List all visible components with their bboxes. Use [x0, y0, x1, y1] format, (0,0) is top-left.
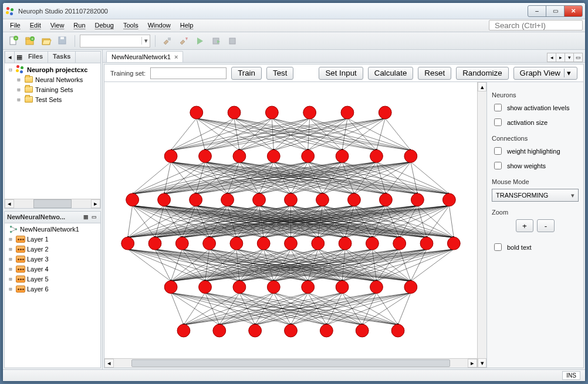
tab-list-icon[interactable]: ▾: [565, 53, 574, 62]
weight-highlighting-checkbox[interactable]: weight highlighting: [492, 145, 579, 157]
tab-maximize-icon[interactable]: ▭: [573, 53, 583, 62]
show-weights-checkbox[interactable]: show weights: [492, 160, 579, 171]
menu-file[interactable]: File: [5, 19, 25, 32]
graph-vscroll[interactable]: ▴▾: [477, 82, 486, 368]
minimize-button[interactable]: –: [528, 5, 546, 17]
build-button[interactable]: [160, 34, 174, 48]
svg-line-311: [128, 249, 411, 281]
network-graph[interactable]: [104, 82, 477, 358]
navigator-root[interactable]: NewNeuralNetwork1: [6, 225, 100, 235]
svg-point-475: [336, 149, 349, 162]
menu-edit[interactable]: Edit: [25, 19, 46, 32]
navigator-root-label: NewNeuralNetwork1: [20, 226, 79, 233]
new-project-button[interactable]: +: [23, 34, 37, 48]
statusbar: INS: [3, 369, 585, 381]
svg-point-473: [267, 149, 280, 162]
tab-files[interactable]: Files: [23, 52, 48, 63]
layer-item[interactable]: ⊞Layer 6: [6, 284, 100, 294]
window-buttons: – ▭ ✕: [528, 5, 583, 17]
bold-text-checkbox[interactable]: bold text: [492, 242, 579, 253]
open-button[interactable]: [39, 34, 53, 48]
tab-scroll-right-icon[interactable]: ▸: [556, 53, 565, 62]
folder-icon: [24, 75, 33, 84]
menu-run[interactable]: Run: [69, 19, 90, 32]
run-button[interactable]: [193, 34, 207, 48]
activation-size-checkbox[interactable]: activation size: [492, 117, 579, 128]
document-tab[interactable]: NewNeuralNetwork1 ×: [106, 51, 183, 62]
zoom-out-button[interactable]: -: [537, 219, 555, 232]
svg-point-495: [285, 237, 298, 250]
svg-point-505: [267, 281, 280, 294]
svg-text:+: +: [31, 36, 34, 42]
svg-point-502: [164, 281, 177, 294]
svg-marker-15: [180, 40, 185, 45]
menu-window[interactable]: Window: [143, 19, 175, 32]
svg-rect-14: [168, 38, 171, 40]
tab-tasks[interactable]: Tasks: [48, 52, 76, 63]
layer-item[interactable]: ⊞Layer 3: [6, 254, 100, 264]
new-file-button[interactable]: +: [6, 34, 21, 48]
network-content: ◂▸ ▴▾ Neurons show activation levels act…: [104, 82, 583, 368]
svg-point-465: [228, 106, 241, 119]
graph-view-button[interactable]: Graph View▾: [513, 67, 577, 80]
svg-line-104: [239, 162, 417, 194]
clean-build-button[interactable]: [177, 34, 191, 48]
layer-item[interactable]: ⊞Layer 1: [6, 235, 100, 244]
project-root[interactable]: ⊟ Neuroph projectcxc: [6, 64, 100, 74]
menu-debug[interactable]: Debug: [90, 19, 119, 32]
layer-item[interactable]: ⊞Layer 4: [6, 264, 100, 274]
graph-hscroll[interactable]: ◂▸: [104, 358, 477, 368]
search-box[interactable]: [489, 20, 583, 30]
menu-tools[interactable]: Tools: [119, 19, 143, 32]
toolbar-separator: [75, 35, 75, 47]
project-tree-hscroll[interactable]: ◂▸: [5, 199, 100, 208]
svg-point-467: [303, 106, 316, 119]
search-input[interactable]: [494, 21, 588, 30]
close-button[interactable]: ✕: [564, 5, 583, 17]
close-tab-icon[interactable]: ×: [174, 53, 178, 60]
profile-button[interactable]: [226, 34, 240, 48]
svg-line-435: [273, 293, 398, 325]
reset-button[interactable]: Reset: [418, 67, 451, 80]
layer-item[interactable]: ⊞Layer 2: [6, 244, 100, 254]
menu-help[interactable]: Help: [175, 19, 198, 32]
save-all-button[interactable]: [56, 34, 70, 48]
svg-point-493: [230, 237, 243, 250]
train-button[interactable]: Train: [231, 67, 262, 80]
menu-view[interactable]: View: [46, 19, 69, 32]
debug-button[interactable]: [209, 34, 224, 48]
training-set-input[interactable]: [150, 67, 227, 79]
svg-line-44: [272, 118, 273, 151]
zoom-in-button[interactable]: +: [516, 219, 533, 232]
project-folder[interactable]: ⊞Neural Networks: [6, 74, 100, 84]
svg-line-77: [171, 162, 259, 194]
mouse-mode-select[interactable]: TRANSFORMING▾: [492, 189, 579, 202]
show-activation-checkbox[interactable]: show activation levels: [492, 102, 579, 113]
layer-item[interactable]: ⊞Layer 5: [6, 274, 100, 284]
svg-point-501: [447, 237, 460, 250]
svg-line-24: [11, 229, 16, 232]
project-tree[interactable]: ⊟ Neuroph projectcxc ⊞Neural Networks ⊞T…: [5, 63, 100, 199]
maximize-button[interactable]: ▭: [546, 5, 565, 17]
toolbar-separator: [155, 35, 156, 47]
test-button[interactable]: Test: [266, 67, 293, 80]
document-tabs: NewNeuralNetwork1 × ◂ ▸ ▾ ▭: [103, 50, 585, 63]
panel-minimize-icon[interactable]: ▭: [90, 213, 98, 221]
layer-icon: [16, 264, 25, 274]
project-folder[interactable]: ⊞Test Sets: [6, 94, 100, 104]
calculate-button[interactable]: Calculate: [368, 67, 414, 80]
svg-point-510: [177, 324, 190, 337]
svg-marker-13: [164, 40, 168, 45]
panel-nav-prev-icon[interactable]: ◂: [5, 52, 14, 63]
panel-options-icon[interactable]: ▦: [82, 213, 90, 221]
randomize-button[interactable]: Randomize: [456, 67, 508, 80]
tab-scroll-left-icon[interactable]: ◂: [547, 53, 556, 62]
project-folder[interactable]: ⊞Training Sets: [6, 84, 100, 94]
svg-line-398: [376, 249, 427, 281]
left-column: ◂ ▦ Files Tasks ⊟ Neuroph projectcxc ⊞Ne…: [3, 50, 103, 369]
config-combo[interactable]: ▾: [80, 35, 150, 47]
titlebar: Neuroph Studio 201107282000 – ▭ ✕: [3, 3, 585, 19]
navigator-tree[interactable]: NewNeuralNetwork1 ⊞Layer 1 ⊞Layer 2 ⊞Lay…: [5, 223, 100, 368]
panel-options-icon[interactable]: ▦: [14, 52, 23, 63]
set-input-button[interactable]: Set Input: [319, 67, 363, 80]
